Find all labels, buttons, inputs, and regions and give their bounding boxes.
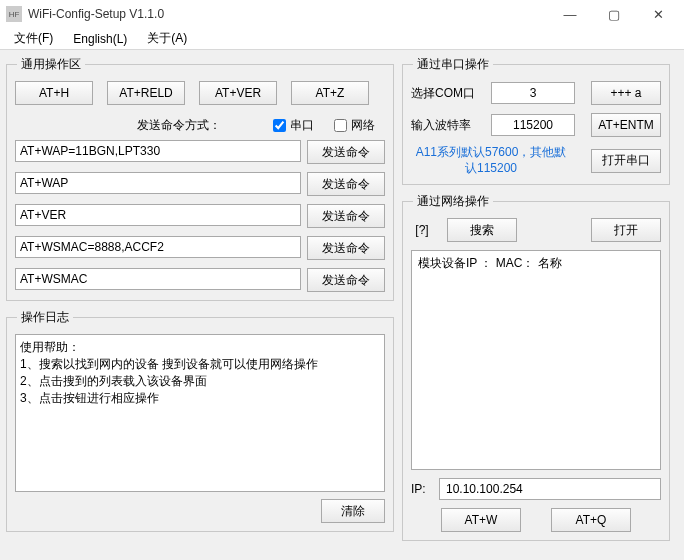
serial-checkbox-label: 串口 <box>290 117 314 134</box>
send-cmd-5-button[interactable]: 发送命令 <box>307 268 385 292</box>
device-list-header: 模块设备IP ： MAC： 名称 <box>418 255 654 272</box>
window-title: WiFi-Config-Setup V1.1.0 <box>28 7 548 21</box>
send-mode-label: 发送命令方式： <box>137 117 221 134</box>
app-icon: HF <box>6 6 22 22</box>
cmd-input-4[interactable] <box>15 236 301 258</box>
open-serial-button[interactable]: 打开串口 <box>591 149 661 173</box>
com-label: 选择COM口 <box>411 85 485 102</box>
baud-value[interactable]: 115200 <box>491 114 575 136</box>
log-group: 操作日志 使用帮助： 1、搜索以找到网内的设备 搜到设备就可以使用网络操作 2、… <box>6 309 394 532</box>
help-link[interactable]: [?] <box>411 223 433 237</box>
at-entm-button[interactable]: AT+ENTM <box>591 113 661 137</box>
menu-file[interactable]: 文件(F) <box>4 28 63 49</box>
send-cmd-4-button[interactable]: 发送命令 <box>307 236 385 260</box>
at-reld-button[interactable]: AT+RELD <box>107 81 185 105</box>
network-checkbox[interactable]: 网络 <box>334 117 375 134</box>
general-ops-group: 通用操作区 AT+H AT+RELD AT+VER AT+Z 发送命令方式： 串… <box>6 56 394 301</box>
serial-group: 通过串口操作 选择COM口 3 +++ a 输入波特率 115200 AT+EN… <box>402 56 670 185</box>
at-w-button[interactable]: AT+W <box>441 508 521 532</box>
open-net-button[interactable]: 打开 <box>591 218 661 242</box>
ip-label: IP: <box>411 482 431 496</box>
log-legend: 操作日志 <box>17 309 73 326</box>
send-cmd-3-button[interactable]: 发送命令 <box>307 204 385 228</box>
search-button[interactable]: 搜索 <box>447 218 517 242</box>
send-cmd-1-button[interactable]: 发送命令 <box>307 140 385 164</box>
at-q-button[interactable]: AT+Q <box>551 508 631 532</box>
com-value[interactable]: 3 <box>491 82 575 104</box>
serial-checkbox[interactable]: 串口 <box>273 117 314 134</box>
close-button[interactable]: ✕ <box>636 0 680 28</box>
cmd-input-1[interactable] <box>15 140 301 162</box>
general-ops-legend: 通用操作区 <box>17 56 85 73</box>
network-group: 通过网络操作 [?] 搜索 打开 模块设备IP ： MAC： 名称 IP: AT… <box>402 193 670 541</box>
network-checkbox-label: 网络 <box>351 117 375 134</box>
device-list[interactable]: 模块设备IP ： MAC： 名称 <box>411 250 661 470</box>
cmd-input-2[interactable] <box>15 172 301 194</box>
network-legend: 通过网络操作 <box>413 193 493 210</box>
menu-about[interactable]: 关于(A) <box>137 28 197 49</box>
at-h-button[interactable]: AT+H <box>15 81 93 105</box>
log-textarea[interactable]: 使用帮助： 1、搜索以找到网内的设备 搜到设备就可以使用网络操作 2、点击搜到的… <box>15 334 385 492</box>
clear-log-button[interactable]: 清除 <box>321 499 385 523</box>
baud-label: 输入波特率 <box>411 117 485 134</box>
cmd-input-3[interactable] <box>15 204 301 226</box>
maximize-button[interactable]: ▢ <box>592 0 636 28</box>
plus-a-button[interactable]: +++ a <box>591 81 661 105</box>
minimize-button[interactable]: — <box>548 0 592 28</box>
at-ver-button[interactable]: AT+VER <box>199 81 277 105</box>
serial-legend: 通过串口操作 <box>413 56 493 73</box>
baud-hint: A11系列默认57600，其他默认115200 <box>411 145 571 176</box>
send-cmd-2-button[interactable]: 发送命令 <box>307 172 385 196</box>
menu-english[interactable]: English(L) <box>63 30 137 48</box>
at-z-button[interactable]: AT+Z <box>291 81 369 105</box>
cmd-input-5[interactable] <box>15 268 301 290</box>
ip-input[interactable] <box>439 478 661 500</box>
